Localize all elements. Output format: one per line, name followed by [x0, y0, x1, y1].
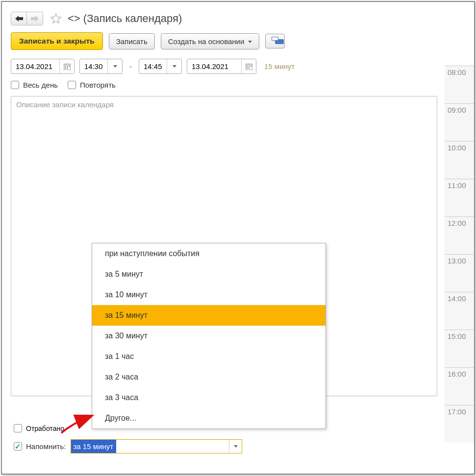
start-time-input[interactable] — [80, 59, 107, 73]
time-slot[interactable]: 14:00 — [445, 292, 474, 330]
start-date-input[interactable] — [11, 59, 59, 73]
end-time-input[interactable] — [139, 59, 167, 73]
time-slot[interactable]: 08:00 — [445, 66, 474, 103]
chevron-down-icon[interactable] — [107, 59, 122, 73]
back-button[interactable] — [11, 12, 27, 25]
reminder-option[interactable]: за 10 минут — [92, 285, 326, 305]
svg-rect-6 — [246, 64, 252, 70]
time-slot[interactable]: 13:00 — [445, 254, 474, 292]
svg-rect-7 — [247, 66, 248, 67]
checkbox-box — [14, 424, 22, 432]
printer-icon — [271, 37, 279, 45]
time-slot[interactable]: 11:00 — [445, 179, 474, 216]
checkbox-box-checked — [14, 442, 22, 451]
save-button[interactable]: Записать — [109, 33, 155, 49]
svg-rect-11 — [249, 68, 250, 69]
chevron-down-icon[interactable] — [229, 440, 242, 453]
checkbox-box — [68, 81, 76, 89]
svg-rect-2 — [67, 66, 68, 67]
svg-rect-0 — [64, 64, 71, 70]
svg-rect-5 — [67, 68, 68, 69]
remind-checkbox[interactable]: Напомнить: — [14, 442, 66, 451]
all-day-checkbox[interactable]: Весь день — [11, 81, 58, 89]
reminder-dropdown: при наступлении события за 5 минут за 10… — [92, 243, 326, 429]
time-slot[interactable]: 09:00 — [445, 103, 474, 141]
favorite-star-icon[interactable] — [49, 12, 63, 25]
all-day-label: Весь день — [23, 81, 58, 89]
time-slot[interactable]: 10:00 — [445, 141, 474, 179]
svg-rect-9 — [251, 66, 251, 67]
save-close-button[interactable]: Записать и закрыть — [11, 32, 103, 50]
calendar-icon[interactable] — [241, 59, 256, 73]
start-time-field[interactable] — [79, 59, 123, 74]
time-slot[interactable]: 12:00 — [445, 216, 474, 254]
time-slot[interactable]: 16:00 — [445, 367, 474, 405]
svg-rect-4 — [65, 68, 66, 69]
reminder-value: за 15 минут — [71, 440, 116, 453]
repeat-checkbox[interactable]: Повторять — [68, 81, 116, 89]
create-based-button[interactable]: Создать на основании — [161, 33, 260, 49]
duration-label: 15 минут — [264, 62, 295, 71]
reminder-option[interactable]: за 30 минут — [92, 326, 326, 346]
time-slot[interactable]: 17:00 — [445, 405, 474, 443]
start-date-field[interactable] — [11, 59, 75, 74]
reminder-option-selected[interactable]: за 15 минут — [92, 305, 326, 326]
reminder-option[interactable]: за 2 часа — [92, 367, 326, 387]
nav-button-group — [11, 12, 43, 25]
end-time-field[interactable] — [139, 59, 182, 74]
description-placeholder: Описание записи календаря — [16, 100, 114, 109]
calendar-icon[interactable] — [59, 59, 74, 73]
time-slot[interactable]: 15:00 — [445, 330, 474, 367]
svg-rect-1 — [65, 66, 66, 67]
remind-label: Напомнить: — [26, 442, 66, 451]
timeline: 08:00 09:00 10:00 11:00 12:00 13:00 14:0… — [445, 66, 474, 443]
reminder-option[interactable]: за 1 час — [92, 346, 326, 367]
page-title: <> (Запись календаря) — [68, 12, 182, 25]
end-date-input[interactable] — [187, 59, 241, 73]
reminder-option[interactable]: Другое... — [92, 408, 326, 428]
checkbox-box — [11, 81, 19, 89]
reminder-option[interactable]: при наступлении события — [92, 243, 326, 264]
svg-rect-8 — [249, 66, 250, 67]
print-button[interactable] — [265, 34, 285, 48]
forward-button[interactable] — [27, 12, 43, 25]
reminder-select[interactable]: за 15 минут — [71, 439, 242, 453]
reminder-option[interactable]: за 3 часа — [92, 387, 326, 408]
svg-rect-3 — [69, 66, 70, 67]
reminder-option[interactable]: за 5 минут — [92, 264, 326, 285]
dash-separator: - — [127, 62, 134, 71]
done-label: Отработано — [26, 425, 64, 432]
repeat-label: Повторять — [80, 81, 116, 89]
svg-rect-10 — [247, 68, 248, 69]
end-date-field[interactable] — [187, 59, 256, 74]
chevron-down-icon[interactable] — [167, 59, 181, 73]
